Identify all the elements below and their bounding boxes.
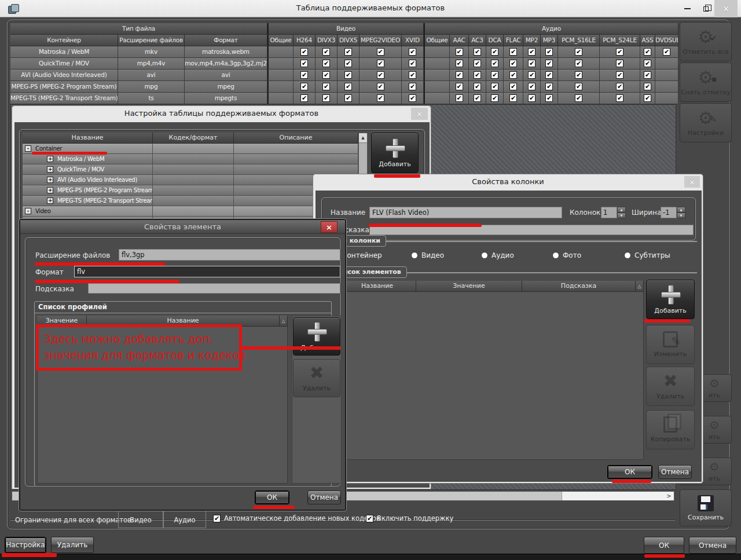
spin-down-icon[interactable]: ▼ [617, 213, 626, 218]
codec-cell[interactable]: ✔ [541, 81, 558, 93]
codec-cell[interactable] [655, 93, 678, 104]
codec-cell[interactable]: ✔ [316, 46, 338, 58]
codec-cell[interactable] [267, 58, 294, 69]
copy-button[interactable]: Копировать [646, 410, 695, 449]
codec-cell[interactable]: ✔ [558, 69, 600, 81]
column-header[interactable]: MP3 [541, 35, 558, 46]
format-row[interactable]: Matroska / WebMmkvmatroska,webm✔✔✔✔✔✔✔✔✔… [10, 46, 678, 58]
close-button[interactable]: × [714, 0, 738, 17]
tree-row[interactable]: -Video [23, 206, 358, 217]
codec-cell[interactable]: ✔ [640, 81, 655, 93]
width-stepper[interactable]: -1 ▲▼ [661, 207, 685, 218]
add-button[interactable]: Добавить [293, 317, 340, 356]
spin-up-icon[interactable]: ▲ [617, 207, 626, 213]
codec-cell[interactable]: ✔ [504, 69, 523, 81]
edit-button[interactable]: Изменить [646, 325, 695, 364]
codec-cell[interactable] [267, 93, 294, 104]
delete-button[interactable]: Удалить [51, 537, 94, 553]
panel-button-1[interactable]: ⚙✔Отметить все [680, 22, 732, 61]
column-dialog-close-icon[interactable]: × [684, 176, 700, 188]
radio-фото[interactable]: Фото [552, 251, 581, 259]
columns-count-stepper[interactable]: 1 ▲▼ [601, 207, 626, 218]
codec-cell[interactable] [655, 81, 678, 93]
codec-cell[interactable]: ✔ [469, 69, 486, 81]
panel-button-3[interactable]: ⚙✎Настройки [680, 103, 732, 142]
column-header[interactable]: H264 [294, 35, 316, 46]
codec-cell[interactable]: ✔ [558, 81, 600, 93]
codec-cell[interactable]: ✔ [316, 93, 338, 104]
codec-cell[interactable]: ✔ [316, 81, 338, 93]
column-header[interactable]: DIVX5 [338, 35, 360, 46]
codec-cell[interactable]: ✔ [558, 46, 600, 58]
codec-cell[interactable]: ✔ [450, 81, 469, 93]
enable-support-checkbox[interactable]: ✔ Включить поддержку [366, 514, 453, 522]
codec-cell[interactable]: ✔ [558, 93, 600, 104]
codec-cell[interactable]: ✔ [541, 93, 558, 104]
codec-cell[interactable]: ✔ [640, 58, 655, 69]
spin-down-icon[interactable]: ▼ [677, 213, 685, 218]
codec-cell[interactable]: ✔ [486, 93, 504, 104]
radio-субтитры[interactable]: Субтитры [624, 251, 670, 259]
radio-видео[interactable]: Видео [411, 251, 444, 259]
column-cancel-button[interactable]: Отмена [658, 465, 692, 479]
items-list[interactable] [339, 292, 644, 460]
tree-row[interactable]: +AVI (Audio Video Interleaved) [23, 175, 358, 185]
list-column-header[interactable]: Подсказка [522, 281, 636, 292]
remove-button[interactable]: ✖Удалить [646, 367, 695, 406]
settings-add-button[interactable]: Добавить [371, 133, 419, 173]
codec-cell[interactable]: ✔ [486, 81, 504, 93]
sort-icon[interactable]: △ [636, 281, 644, 292]
codec-cell[interactable]: ✔ [294, 69, 316, 81]
column-header[interactable]: FLAC [504, 35, 523, 46]
save-button[interactable]: Сохранить [680, 489, 732, 526]
codec-cell[interactable]: ✔ [450, 46, 469, 58]
tree-row[interactable]: +MPEG-TS (MPEG-2 Transport Stream) [23, 196, 358, 206]
format-row[interactable]: MPEG-PS (MPEG-2 Program Stream)mpgmpeg✔✔… [10, 81, 678, 93]
column-header[interactable]: DCA [486, 35, 504, 46]
codec-cell[interactable]: ✔ [640, 93, 655, 104]
format-row[interactable]: MPEG-TS (MPEG-2 Transport Stream)tsmpegt… [10, 93, 678, 104]
codec-cell[interactable] [267, 81, 294, 93]
column-header[interactable]: ASS [640, 35, 655, 46]
column-header[interactable]: Расширение файлов [118, 35, 185, 46]
expand-icon[interactable]: + [47, 187, 53, 193]
tree-row[interactable]: +Matroska / WebM [23, 154, 358, 164]
restore-button[interactable] [697, 0, 714, 17]
codec-cell[interactable]: ✔ [360, 81, 402, 93]
column-header[interactable]: PCM_S24LE [600, 35, 640, 46]
main-cancel-button[interactable]: Отмена [689, 537, 736, 554]
element-cancel-button[interactable]: Отмена [307, 491, 341, 504]
tree-row[interactable]: +MPEG-PS (MPEG-2 Program Stream) [23, 185, 358, 196]
column-header[interactable]: DIVX3 [316, 35, 338, 46]
codec-cell[interactable]: ✔ [504, 81, 523, 93]
codec-cell[interactable]: ✔ [316, 69, 338, 81]
codec-cell[interactable]: ✔ [469, 58, 486, 69]
list-column-header[interactable]: Название [339, 281, 416, 292]
expand-icon[interactable]: + [47, 166, 53, 173]
codec-cell[interactable]: ✔ [338, 46, 360, 58]
codec-cell[interactable]: ✔ [504, 58, 523, 69]
codec-cell[interactable]: ✔ [294, 58, 316, 69]
codec-cell[interactable] [267, 46, 294, 58]
add-button[interactable]: Добавить [646, 280, 695, 319]
column-header[interactable]: XVID [402, 35, 424, 46]
codec-cell[interactable]: ✔ [469, 81, 486, 93]
tree-column-header[interactable]: Название [23, 133, 153, 144]
column-ok-button[interactable]: ОК [607, 465, 652, 479]
codec-cell[interactable]: ✔ [541, 58, 558, 69]
codec-cell[interactable]: ✔ [523, 69, 541, 81]
codec-cell[interactable] [655, 69, 678, 81]
codec-cell[interactable]: ✔ [558, 58, 600, 69]
settings-button[interactable]: Настройка [5, 537, 46, 553]
codec-cell[interactable]: ✔ [600, 93, 640, 104]
column-header[interactable]: DVDSUB [655, 35, 678, 46]
codec-cell[interactable]: ✔ [450, 69, 469, 81]
codec-cell[interactable]: ✔ [360, 93, 402, 104]
codec-cell[interactable]: ✔ [504, 93, 523, 104]
tree-column-header[interactable]: Кодек/формат [153, 133, 234, 144]
codec-cell[interactable]: ✔ [360, 69, 402, 81]
codec-cell[interactable]: ✔ [402, 93, 424, 104]
codec-cell[interactable]: ✔ [316, 58, 338, 69]
codec-cell[interactable]: ✔ [523, 93, 541, 104]
codec-cell[interactable]: ✔ [541, 69, 558, 81]
